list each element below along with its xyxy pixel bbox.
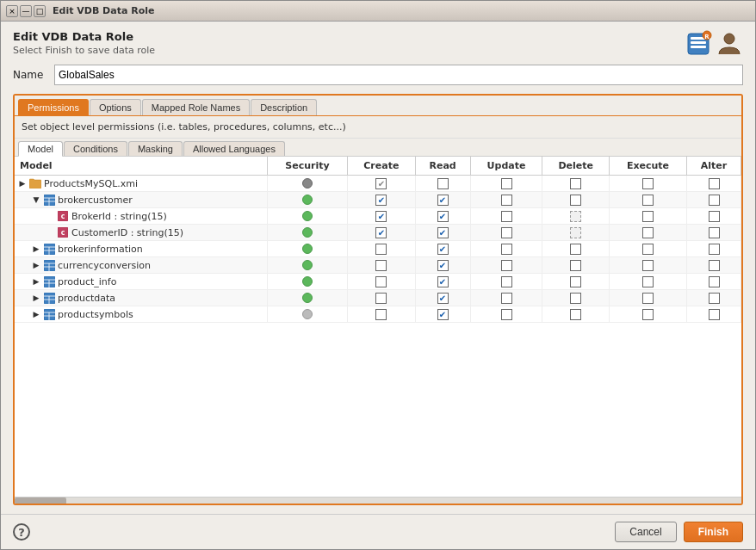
cell-create[interactable]: [348, 257, 415, 274]
cell-delete[interactable]: [542, 241, 610, 257]
table-row: ▶ currencyconversion ✔: [15, 257, 741, 274]
cell-security: [267, 225, 347, 241]
cell-update[interactable]: [470, 208, 542, 225]
node-label: BrokerId : string(15): [71, 211, 167, 222]
header-text: Edit VDB Data Role Select Finish to save…: [13, 30, 155, 56]
cell-update[interactable]: [470, 176, 542, 192]
cell-read[interactable]: ✔: [415, 225, 470, 241]
col-read: Read: [415, 157, 470, 176]
expand-icon[interactable]: ▶: [32, 277, 40, 286]
cell-delete[interactable]: [542, 274, 610, 290]
scroll-thumb[interactable]: [15, 497, 66, 504]
cell-execute[interactable]: [609, 241, 686, 257]
name-input[interactable]: [54, 65, 743, 85]
horizontal-scrollbar[interactable]: [15, 497, 741, 504]
expand-icon[interactable]: ▶: [18, 179, 27, 188]
maximize-button[interactable]: □: [34, 5, 46, 17]
cell-update[interactable]: [470, 241, 542, 257]
node-label: currencyconversion: [58, 260, 151, 271]
cell-execute[interactable]: [609, 192, 686, 208]
cell-create[interactable]: ✔: [348, 192, 415, 208]
inner-tab-bar: Model Conditions Masking Allowed Languag…: [15, 139, 741, 157]
cell-model: ▼ brokercustomer: [15, 192, 267, 208]
cell-read[interactable]: ✔: [415, 241, 470, 257]
table-icon: [43, 308, 55, 320]
cell-model: ▶ productdata: [15, 290, 267, 306]
cell-update[interactable]: [470, 257, 542, 274]
cell-delete[interactable]: [542, 192, 610, 208]
cell-update[interactable]: [470, 225, 542, 241]
cell-update[interactable]: [470, 306, 542, 323]
cell-read[interactable]: ✔: [415, 257, 470, 274]
table-icon: [43, 292, 55, 304]
cell-alter[interactable]: [687, 208, 741, 225]
cell-execute[interactable]: [609, 257, 686, 274]
finish-button[interactable]: Finish: [684, 522, 743, 542]
cell-create[interactable]: [348, 241, 415, 257]
cell-delete[interactable]: [542, 290, 610, 306]
table-header-row: Model Security Create Read Update Delete…: [15, 157, 741, 176]
cell-read[interactable]: ✔: [415, 192, 470, 208]
cell-alter[interactable]: [687, 176, 741, 192]
inner-tab-model[interactable]: Model: [18, 141, 63, 157]
cell-alter[interactable]: [687, 274, 741, 290]
close-button[interactable]: ×: [6, 5, 18, 17]
minimize-button[interactable]: —: [20, 5, 32, 17]
cancel-button[interactable]: Cancel: [615, 522, 676, 542]
cell-update[interactable]: [470, 290, 542, 306]
cell-update[interactable]: [470, 192, 542, 208]
cell-execute[interactable]: [609, 208, 686, 225]
expand-icon[interactable]: ▶: [32, 310, 40, 318]
tab-mapped-role-names[interactable]: Mapped Role Names: [142, 99, 250, 115]
cell-create[interactable]: ✔: [348, 176, 415, 192]
col-model: Model: [15, 157, 267, 176]
tab-description[interactable]: Description: [251, 99, 317, 115]
cell-model: c BrokerId : string(15): [15, 208, 267, 225]
tab-permissions[interactable]: Permissions: [18, 99, 89, 115]
cell-read[interactable]: ✔: [415, 306, 470, 323]
cell-execute[interactable]: [609, 176, 686, 192]
cell-execute[interactable]: [609, 274, 686, 290]
inner-tab-allowed-languages[interactable]: Allowed Languages: [183, 141, 285, 156]
cell-delete[interactable]: [542, 306, 610, 323]
expand-icon[interactable]: ▶: [32, 244, 40, 253]
help-button[interactable]: ?: [13, 523, 30, 541]
cell-alter[interactable]: [687, 257, 741, 274]
cell-delete[interactable]: [542, 225, 610, 241]
cell-alter[interactable]: [687, 241, 741, 257]
cell-create[interactable]: [348, 306, 415, 323]
cell-delete[interactable]: [542, 176, 610, 192]
cell-model: ▶ productsymbols: [15, 306, 267, 323]
inner-tab-conditions[interactable]: Conditions: [64, 141, 127, 156]
cell-create[interactable]: [348, 290, 415, 306]
tab-options[interactable]: Options: [90, 99, 141, 115]
cell-read[interactable]: ✔: [415, 290, 470, 306]
expand-icon[interactable]: ▶: [32, 294, 40, 302]
cell-alter[interactable]: [687, 225, 741, 241]
cell-read[interactable]: [415, 176, 470, 192]
cell-security: [267, 290, 347, 306]
table-row: ▶ product_info ✔: [15, 274, 741, 290]
cell-create[interactable]: ✔: [348, 208, 415, 225]
inner-tab-masking[interactable]: Masking: [128, 141, 183, 156]
cell-update[interactable]: [470, 274, 542, 290]
cell-security: [267, 241, 347, 257]
svg-text:c: c: [61, 229, 65, 237]
cell-delete[interactable]: [542, 208, 610, 225]
cell-create[interactable]: [348, 274, 415, 290]
cell-model: ▶ brokerinformation: [15, 241, 267, 257]
cell-alter[interactable]: [687, 290, 741, 306]
cell-delete[interactable]: [542, 257, 610, 274]
cell-execute[interactable]: [609, 290, 686, 306]
cell-read[interactable]: ✔: [415, 208, 470, 225]
cell-execute[interactable]: [609, 225, 686, 241]
cell-execute[interactable]: [609, 306, 686, 323]
node-label: CustomerID : string(15): [71, 227, 183, 238]
expand-icon[interactable]: ▶: [32, 261, 40, 269]
cell-create[interactable]: ✔: [348, 225, 415, 241]
cell-alter[interactable]: [687, 306, 741, 323]
action-buttons: Cancel Finish: [615, 522, 743, 542]
cell-read[interactable]: ✔: [415, 274, 470, 290]
expand-icon[interactable]: ▼: [32, 195, 40, 204]
cell-alter[interactable]: [687, 192, 741, 208]
